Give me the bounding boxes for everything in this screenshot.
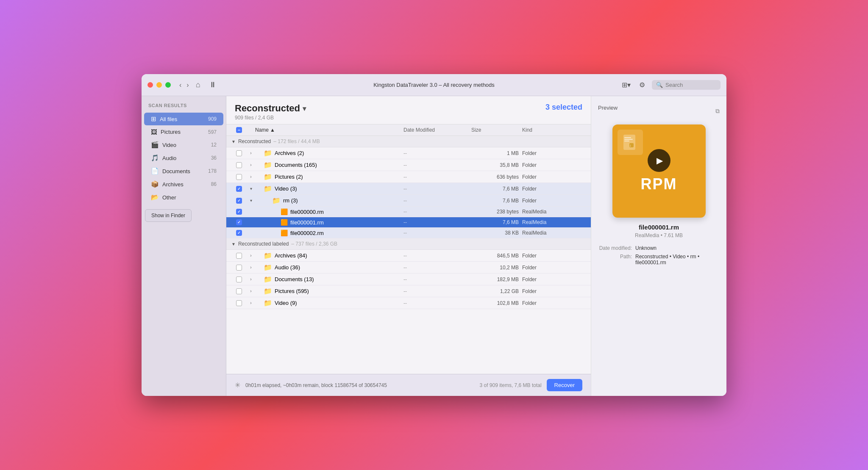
sidebar-item-label: Audio — [162, 155, 208, 161]
checkbox-cell[interactable] — [231, 209, 247, 215]
table-row[interactable]: 🟧 file000001.rm -- 7,6 MB RealMedia — [226, 217, 591, 228]
checkbox-cell[interactable] — [231, 288, 247, 294]
expander-icon[interactable]: › — [247, 265, 255, 270]
expander-icon[interactable]: ▾ — [247, 198, 255, 203]
row-checkbox[interactable] — [236, 209, 242, 215]
row-checkbox[interactable] — [236, 186, 242, 192]
sidebar-item-audio[interactable]: 🎵 Audio 36 — [144, 152, 223, 164]
audio-icon: 🎵 — [151, 154, 159, 162]
content-title[interactable]: Reconstructed ▾ — [235, 103, 306, 114]
group-meta: – 737 files / 2,36 GB — [291, 241, 337, 247]
search-input[interactable] — [665, 82, 716, 88]
file-kind: Folder — [522, 198, 586, 204]
table-row[interactable]: › 📁 Documents (165) -- 35,8 MB Folder — [226, 159, 591, 171]
recover-button[interactable]: Recover — [547, 379, 582, 391]
expander-icon[interactable]: › — [247, 301, 255, 305]
checkbox-cell[interactable] — [231, 253, 247, 259]
table-row[interactable]: ▾ 📁 Video (3) -- 7,6 MB Folder — [226, 183, 591, 195]
row-checkbox[interactable] — [236, 219, 242, 225]
file-name-cell: 🟧 file000001.rm — [255, 219, 403, 226]
expander-icon[interactable]: › — [247, 163, 255, 167]
th-name[interactable]: Name ▲ — [255, 127, 403, 133]
table-row[interactable]: › 📁 Archives (84) -- 846,5 MB Folder — [226, 250, 591, 262]
sidebar-item-documents[interactable]: 📄 Documents 178 — [144, 165, 223, 177]
sidebar-item-video[interactable]: 🎬 Video 12 — [144, 138, 223, 151]
checkbox-cell[interactable] — [231, 265, 247, 271]
table-row[interactable]: 🟧 file000000.rm -- 238 bytes RealMedia — [226, 207, 591, 217]
file-date: -- — [403, 265, 471, 271]
table-row[interactable]: 🟧 file000002.rm -- 38 KB RealMedia — [226, 228, 591, 238]
checkbox-cell[interactable] — [231, 300, 247, 306]
table-row[interactable]: › 📁 Archives (2) -- 1 MB Folder — [226, 147, 591, 159]
checkbox-cell[interactable] — [231, 198, 247, 204]
sidebar-item-count: 178 — [208, 168, 217, 174]
nav-forward-button[interactable]: › — [185, 80, 190, 90]
row-checkbox[interactable] — [236, 230, 242, 236]
show-finder-button[interactable]: Show in Finder — [145, 209, 192, 222]
checkbox-cell[interactable] — [231, 186, 247, 192]
checkbox-cell[interactable] — [231, 230, 247, 236]
group-header-reconstructed-labeled[interactable]: ▼ Reconstructed labeled – 737 files / 2,… — [226, 238, 591, 250]
checkbox-cell[interactable] — [231, 219, 247, 225]
sidebar-item-archives[interactable]: 📦 Archives 86 — [144, 178, 223, 191]
file-date: -- — [403, 300, 471, 306]
expander-icon[interactable]: › — [247, 289, 255, 293]
view-button[interactable]: ⊞▾ — [620, 79, 632, 91]
checkbox-cell[interactable] — [231, 276, 247, 282]
table-row[interactable]: ▾ 📁 rm (3) -- 7,6 MB Folder — [226, 195, 591, 207]
select-all-checkbox[interactable] — [236, 127, 242, 133]
file-size: 846,5 MB — [471, 253, 522, 259]
table-row[interactable]: › 📁 Audio (36) -- 10,2 MB Folder — [226, 262, 591, 274]
close-button[interactable] — [147, 82, 153, 88]
table-row[interactable]: › 📁 Video (9) -- 102,8 MB Folder — [226, 297, 591, 309]
file-name-cell: 📁 Pictures (2) — [255, 173, 403, 181]
table-row[interactable]: › 📁 Pictures (2) -- 636 bytes Folder — [226, 171, 591, 183]
pause-button[interactable]: ⏸ — [206, 80, 220, 90]
file-size: 10,2 MB — [471, 265, 522, 271]
th-kind[interactable]: Kind — [522, 127, 586, 133]
th-size[interactable]: Size — [471, 127, 522, 133]
preview-play-button[interactable] — [648, 149, 670, 172]
row-checkbox[interactable] — [236, 253, 242, 259]
file-name: Documents (165) — [275, 162, 317, 168]
sidebar-item-count: 909 — [208, 116, 217, 122]
table-row[interactable]: › 📁 Pictures (595) -- 1,22 GB Folder — [226, 285, 591, 297]
row-checkbox[interactable] — [236, 150, 242, 156]
th-date[interactable]: Date Modified — [403, 127, 471, 133]
expander-icon[interactable]: › — [247, 253, 255, 258]
row-checkbox[interactable] — [236, 162, 242, 168]
row-checkbox[interactable] — [236, 174, 242, 180]
file-size: 7,6 MB — [471, 186, 522, 192]
preview-copy-button[interactable]: ⧉ — [715, 108, 720, 115]
row-checkbox[interactable] — [236, 276, 242, 282]
expander-icon[interactable]: ▾ — [247, 186, 255, 191]
sidebar-item-other[interactable]: 📂 Other — [144, 191, 223, 204]
row-checkbox[interactable] — [236, 265, 242, 271]
home-button[interactable]: ⌂ — [192, 80, 204, 90]
row-checkbox[interactable] — [236, 300, 242, 306]
group-toggle-icon[interactable]: ▼ — [231, 242, 236, 246]
row-checkbox[interactable] — [236, 198, 242, 204]
nav-back-button[interactable]: ‹ — [178, 80, 183, 90]
checkbox-cell[interactable] — [231, 162, 247, 168]
checkbox-cell[interactable] — [231, 174, 247, 180]
checkbox-cell[interactable] — [231, 150, 247, 156]
filter-button[interactable]: ⚙ — [637, 79, 647, 91]
all-files-icon: ⊞ — [151, 115, 156, 123]
group-header-reconstructed[interactable]: ▼ Reconstructed – 172 files / 44,4 MB — [226, 136, 591, 147]
group-toggle-icon[interactable]: ▼ — [231, 139, 236, 144]
expander-icon[interactable]: › — [247, 277, 255, 282]
maximize-button[interactable] — [165, 82, 171, 88]
table-row[interactable]: › 📁 Documents (13) -- 182,9 MB Folder — [226, 274, 591, 285]
preview-header: Preview — [598, 105, 618, 111]
sidebar-item-pictures[interactable]: 🖼 Pictures 597 — [144, 126, 223, 138]
status-bar: ✳ 0h01m elapsed, ~0h03m remain, block 11… — [226, 374, 591, 396]
sidebar-item-all-files[interactable]: ⊞ All files 909 — [144, 113, 223, 125]
minimize-button[interactable] — [156, 82, 162, 88]
expander-icon[interactable]: › — [247, 174, 255, 179]
expander-icon[interactable]: › — [247, 151, 255, 155]
row-checkbox[interactable] — [236, 288, 242, 294]
archives-icon: 📦 — [151, 180, 159, 188]
file-kind: RealMedia — [522, 209, 586, 215]
th-checkbox[interactable] — [231, 127, 247, 133]
